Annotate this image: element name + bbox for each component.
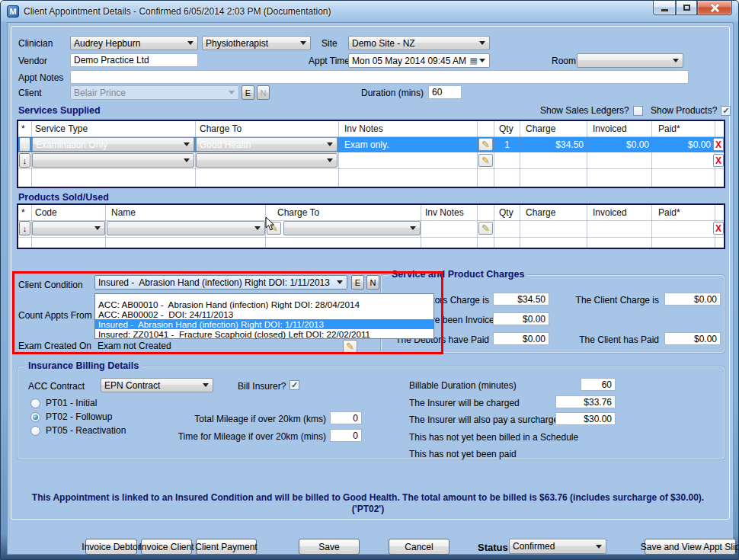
col-service-type: Service Type <box>35 123 88 134</box>
show-products-checkbox[interactable]: ✓ <box>721 106 731 116</box>
service-row-selected[interactable]: ↓ Examination Only Good Health Exam only… <box>18 136 724 152</box>
bill-insurer-checkbox[interactable]: ✓ <box>290 380 299 390</box>
client-select: Belair Prince <box>70 85 239 100</box>
maximize-icon <box>683 5 690 11</box>
maximize-button[interactable] <box>676 1 697 15</box>
insurance-title: Insurance Billing Details <box>25 360 142 371</box>
condition-option[interactable]: ACC: AB00010 - Abrasion Hand (infection)… <box>95 299 433 309</box>
row-reorder-button[interactable]: ↓ <box>19 153 30 168</box>
condition-option-selected[interactable]: Insured - Abrasion Hand (infection) Righ… <box>95 319 433 329</box>
total-mileage-label: Total Mileage if over 20km (kms) <box>160 414 326 424</box>
delete-row-button[interactable]: X <box>713 154 724 167</box>
site-select[interactable]: Demo Site - NZ <box>348 36 490 50</box>
time-mileage-field[interactable]: 0 <box>330 429 362 442</box>
service-charge-to-select[interactable] <box>196 153 338 168</box>
row-reorder-button[interactable]: ↓ <box>19 221 30 235</box>
minimize-icon <box>661 9 668 11</box>
chevron-down-icon <box>479 41 485 45</box>
cancel-button[interactable]: Cancel <box>389 539 449 555</box>
show-products-toggle[interactable]: Show Products? ✓ <box>651 105 731 116</box>
condition-option[interactable]: ACC: AB00002 - DOI: 24/11/2013 <box>95 309 433 319</box>
col-charge-to: Charge To <box>277 207 319 218</box>
product-charge-to-select[interactable] <box>283 221 421 235</box>
service-qty: 1 <box>494 139 520 150</box>
col-star: * <box>21 207 25 218</box>
clinician-role-select[interactable]: Physiotherapist <box>202 36 311 50</box>
show-sales-ledgers-label: Show Sales Ledgers? <box>540 105 629 116</box>
clinician-select[interactable]: Audrey Hepburn <box>70 36 198 50</box>
condition-option[interactable]: Insured: ZZ01041 - Fracture Scaphoid (cl… <box>95 329 433 339</box>
client-new-button: N <box>257 85 270 100</box>
product-code-select[interactable] <box>32 221 105 235</box>
product-name-select[interactable] <box>107 221 265 235</box>
radio-pt01[interactable]: PT01 - Initial <box>30 398 97 408</box>
debtors-invoiced-value: $0.00 <box>493 312 549 325</box>
debtors-charge-value: $34.50 <box>493 293 549 306</box>
edit-notes-button[interactable]: ✎ <box>478 222 493 235</box>
vendor-label: Vendor <box>18 56 47 66</box>
invoice-debtor-button[interactable]: Invoice Debtor <box>85 539 137 555</box>
billable-duration-label: Billable Duration (minutes) <box>409 380 517 391</box>
total-mileage-field[interactable]: 0 <box>330 411 362 424</box>
show-sales-ledgers-toggle[interactable]: Show Sales Ledgers? <box>540 105 643 116</box>
col-inv-notes: Inv Notes <box>425 207 464 218</box>
radio-pt02[interactable]: PT02 - Followup <box>30 411 112 422</box>
title-bar[interactable]: M Client Appointment Details - Confirmed… <box>1 1 738 22</box>
edit-exam-button[interactable]: ✎ <box>343 340 357 353</box>
product-row-empty[interactable]: ↓ ✎ ✎ X <box>18 220 724 237</box>
edit-notes-button[interactable]: ✎ <box>478 138 493 151</box>
minimize-button[interactable] <box>653 1 676 15</box>
close-button[interactable] <box>697 1 732 15</box>
pencil-icon: ✎ <box>481 139 490 149</box>
save-and-view-appt-slip-button[interactable]: Save and View Appt Slip <box>645 539 736 555</box>
service-type-select[interactable]: Examination Only <box>32 137 194 152</box>
chevron-down-icon <box>254 226 261 230</box>
client-payment-button[interactable]: Client Payment <box>196 539 257 555</box>
dialog-body: Clinician Audrey Hepburn Physiotherapist… <box>7 22 734 555</box>
chevron-down-icon <box>673 59 679 62</box>
show-sales-ledgers-checkbox[interactable] <box>633 106 643 116</box>
appt-time-picker[interactable]: Mon 05 May 2014 09:45 AM ▦ <box>348 53 490 68</box>
summary-line1: This Appointment is linked to an Insured… <box>23 492 713 503</box>
condition-edit-button[interactable]: E <box>351 275 364 290</box>
delete-row-button[interactable]: X <box>713 222 724 235</box>
service-row-empty[interactable]: ↓ ✎ X <box>18 152 724 168</box>
room-select[interactable] <box>577 53 683 68</box>
radio-icon[interactable] <box>30 398 40 408</box>
invoice-client-button[interactable]: Invoice Client <box>141 539 192 555</box>
row-reorder-button[interactable]: ↓ <box>19 137 30 152</box>
exam-created-value: Exam not Created <box>98 341 171 351</box>
radio-selected-icon[interactable] <box>30 412 40 422</box>
duration-field[interactable]: 60 <box>428 85 462 99</box>
delete-row-button[interactable]: X <box>713 138 724 151</box>
room-label: Room <box>552 56 576 66</box>
client-condition-label: Client Condition <box>18 280 83 290</box>
client-condition-select[interactable]: Insured - Abrasion Hand (infection) Righ… <box>94 275 347 290</box>
edit-notes-button[interactable]: ✎ <box>478 154 493 167</box>
clinician-label: Clinician <box>18 38 53 49</box>
products-table: * Code Name Charge To Inv Notes Qty Char… <box>17 203 725 249</box>
acc-contract-select[interactable]: EPN Contract <box>101 378 213 392</box>
vendor-field[interactable]: Demo Practice Ltd <box>70 53 198 67</box>
service-charge-to-select[interactable]: Good Health <box>196 137 338 152</box>
save-button[interactable]: Save <box>299 539 360 555</box>
billable-duration-value: 60 <box>581 378 616 391</box>
acc-contract-label: ACC Contract <box>28 381 85 392</box>
service-type-select[interactable] <box>32 153 194 168</box>
appt-notes-label: Appt Notes <box>18 72 63 83</box>
surcharge-label: The Insurer will also pay a surcharge of <box>409 414 568 425</box>
window: M Client Appointment Details - Confirmed… <box>0 0 739 560</box>
client-charge-label: The Client Charge is <box>550 295 659 306</box>
client-edit-button[interactable]: E <box>242 85 254 100</box>
close-icon <box>710 3 719 12</box>
condition-new-button[interactable]: N <box>366 275 379 290</box>
site-label: Site <box>322 38 338 49</box>
radio-icon[interactable] <box>30 426 40 436</box>
appt-notes-field[interactable] <box>70 70 689 84</box>
status-select[interactable]: Confirmed <box>509 539 606 554</box>
radio-pt05[interactable]: PT05 - Reactivation <box>30 425 126 436</box>
chevron-down-icon <box>327 142 333 146</box>
pencil-icon: ✎ <box>481 155 490 165</box>
bill-insurer-label: Bill Insurer? <box>238 381 286 392</box>
status-label: Status <box>478 542 508 553</box>
